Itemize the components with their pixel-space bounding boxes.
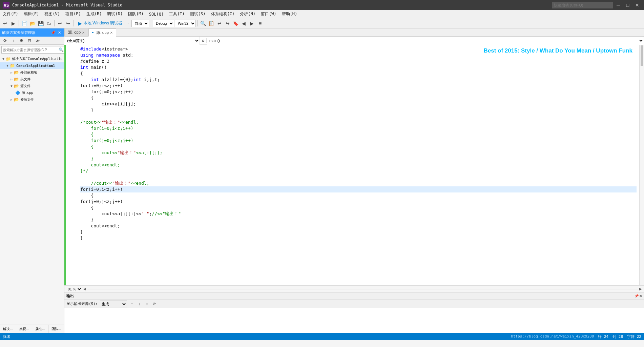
toolbar-icon-4[interactable]: ↪ [224,20,231,27]
zoom-decrease-btn[interactable]: ◀ [83,287,86,291]
scope-dropdown[interactable]: (全局范围) [64,37,200,45]
menu-architecture[interactable]: 体系结构(C) [208,10,237,18]
code-content[interactable]: Best of 2015: Style / What Do You Mean /… [78,45,639,285]
project-label: ConsoleApplication1 [16,64,55,68]
svg-text:VS: VS [4,3,9,8]
sidebar-search-input[interactable] [3,48,59,52]
function-dropdown[interactable]: main() [207,37,644,45]
toolbar-icon-6[interactable]: ▶ [248,20,256,27]
menu-project[interactable]: 项目(P) [63,10,84,18]
toolbar-btn-2[interactable]: ▶ [9,20,17,27]
menu-window[interactable]: 窗口(W) [258,10,279,18]
menu-file[interactable]: 文件(F) [0,10,21,18]
maximize-button[interactable]: □ [624,1,632,9]
status-ready: 就绪 [3,334,10,339]
zoom-track [87,289,638,289]
output-close-btn[interactable]: ✕ [639,294,642,298]
menu-debug[interactable]: 调试(D) [104,10,125,18]
solution-icon: 📁 [5,56,11,62]
footer-solution-btn[interactable]: 解决... [0,325,16,333]
status-line: 行 24 [598,334,608,339]
search-icon: 🔍 [59,47,64,52]
tree-header-files[interactable]: ▷ 📂 头文件 [0,76,64,83]
output-pin-btn[interactable]: 📌 [635,294,639,298]
solution-label: 解决方案"ConsoleApplicatio [12,57,62,61]
sidebar-more-btn[interactable]: ≫ [34,37,41,44]
output-source-select[interactable]: 生成 [100,301,127,307]
sidebar-filter-btn[interactable]: ⊟ [26,37,33,44]
menu-edit[interactable]: 编辑(E) [21,10,42,18]
output-up-btn[interactable]: ↑ [129,301,135,307]
sidebar-props-btn[interactable]: ⚙ [18,37,25,44]
zoom-select[interactable]: 91 % [66,287,82,291]
line-numbers [66,45,78,285]
sidebar-pin-button[interactable]: 📌 [50,30,56,35]
resource-files-icon: 📂 [14,97,19,102]
toolbar-bookmark[interactable]: 🔖 [232,20,240,27]
code-line-10: cin>>a[i][j]; [80,101,637,107]
code-editor[interactable]: Best of 2015: Style / What Do You Mean /… [64,45,644,285]
code-line-1: #include<iostream> [80,46,637,52]
menu-help[interactable]: 帮助(H) [279,10,300,18]
toolbar-save[interactable]: 💾 [37,20,44,27]
footer-class-btn[interactable]: 类视... [16,325,33,333]
toolbar-undo[interactable]: ↩ [56,20,64,27]
zoom-increase-btn[interactable]: ▶ [639,287,642,291]
sidebar-close-button[interactable]: ✕ [57,30,62,35]
toolbar-icon-3[interactable]: ↩ [216,20,223,27]
toolbar-icon-1[interactable]: 🔍 [200,20,207,27]
footer-props-btn[interactable]: 属性... [32,325,48,333]
toolbar-btn-1[interactable]: ↩ [1,20,9,27]
debug-play-button[interactable]: ▶ 本地 Windows 调试器 [76,20,125,27]
source-expand-icon: ▼ [9,84,14,88]
tree-external-deps[interactable]: ▷ 📂 外部依赖项 [0,69,64,76]
tab-source-cpp-2[interactable]: 源.cpp ✕ [88,28,117,37]
footer-team-btn[interactable]: 团队... [48,325,64,333]
tab-close-1[interactable]: ✕ [82,30,85,35]
sidebar-sync-btn[interactable]: ⟳ [1,37,9,44]
scroll-thumb[interactable] [641,45,643,66]
menu-build[interactable]: 生成(B) [84,10,105,18]
output-down-btn[interactable]: ↓ [137,301,143,307]
menu-view[interactable]: 视图(V) [42,10,63,18]
close-button[interactable]: ✕ [633,1,641,9]
tree-resource-files[interactable]: ▷ 📂 资源文件 [0,96,64,103]
tree-source-cpp[interactable]: 🔷 源.cpp [0,89,64,96]
tree-source-files[interactable]: ▼ 📂 源文件 [0,83,64,89]
code-line-28: cout<<a[j][i]<<" ";//<<"输出！" [80,211,637,217]
toolbar-sep-5 [198,20,198,26]
code-line-15: { [80,131,637,138]
tab-close-2[interactable]: ✕ [110,30,112,35]
menu-analyze[interactable]: 分析(N) [237,10,258,18]
resource-files-label: 资源文件 [20,97,34,102]
tree-solution[interactable]: ▼ 📁 解决方案"ConsoleApplicatio [0,56,64,62]
menu-tools[interactable]: 工具(T) [166,10,187,18]
code-line-7: for(i=0;i<z;i++) [80,83,637,89]
auto-dropdown[interactable]: 自动 [131,20,149,27]
toolbar-icon-5[interactable]: ◀ [240,20,248,27]
toolbar-redo[interactable]: ↪ [64,20,72,27]
menu-sql[interactable]: SQL(Q) [146,10,166,18]
code-line-12 [80,113,637,119]
sidebar-search[interactable]: 🔍 [1,46,65,54]
editor-scrollbar[interactable] [639,45,644,285]
toolbar-save-all[interactable]: 🗂 [45,20,53,27]
debug-config-dropdown[interactable]: Debug [153,20,174,27]
output-list-btn[interactable]: ≡ [144,301,150,307]
menu-team[interactable]: 团队(M) [125,10,146,18]
sidebar-tree: ▼ 📁 解决方案"ConsoleApplicatio ▼ 📁 ConsoleAp… [0,55,64,325]
menu-test[interactable]: 测试(S) [187,10,208,18]
toolbar-new[interactable]: 📄 [21,20,28,27]
toolbar-icon-7[interactable]: ≡ [256,20,264,27]
output-refresh-btn[interactable]: ⟳ [151,301,158,307]
tab-source-cpp-1[interactable]: 源.cpp ✕ [64,28,88,36]
platform-dropdown[interactable]: Win32 [175,20,196,27]
quick-launch-input[interactable] [552,2,613,8]
toolbar-icon-2[interactable]: 📋 [208,20,215,27]
expand-icon: ▼ [1,57,5,61]
sidebar-refresh-btn[interactable]: ↑ [9,37,17,44]
toolbar-open[interactable]: 📂 [29,20,36,27]
minimize-button[interactable]: ─ [614,1,622,9]
tree-project[interactable]: ▼ 📁 ConsoleApplication1 [0,62,64,69]
editor-area: 源.cpp ✕ 源.cpp ✕ (全局范围) ⚙ main() [64,28,644,333]
